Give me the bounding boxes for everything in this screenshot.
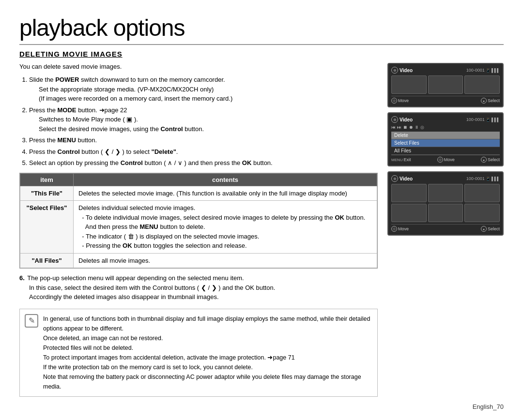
step6-sub2: Accordingly the deleted images also disa… <box>29 293 219 300</box>
cam3-move-label: Move <box>398 226 409 231</box>
cam3-thumb-5 <box>428 204 463 222</box>
note-line-4: To protect important images from acciden… <box>43 354 295 361</box>
cam3-move-icon: ◎ <box>391 226 397 232</box>
cam1-video-icon: ⊕ <box>391 67 398 74</box>
step3-bold: MENU <box>58 136 76 144</box>
note-line-3: Protected files will not be deleted. <box>43 345 133 351</box>
cam3-select-icon: ● <box>481 226 487 232</box>
step2-sub1: Switches to Movie Play mode ( ▣ ). <box>39 116 138 123</box>
note-box: ✎ In general, use of functions both in t… <box>19 309 378 397</box>
step-5: Select an option by pressing the Control… <box>29 158 378 168</box>
cam3-meta: 100-0001 📱 ▌▌▌ <box>466 176 500 181</box>
cam1-thumbnails <box>391 75 500 94</box>
cam3-thumb-4 <box>391 204 427 222</box>
cam2-move-icon: ◎ <box>437 157 443 163</box>
cam3-move: ◎ Move <box>391 226 409 232</box>
cam3-select-label: Select <box>488 226 500 231</box>
note-line-1: In general, use of functions both in thu… <box>43 315 370 332</box>
left-content: You can delete saved movie images. Slide… <box>19 63 378 397</box>
cam1-meta-icons: 📱 ▌▌▌ <box>486 68 500 73</box>
cam2-meta: 100-0001 📱 ▌▌▌ <box>466 117 500 122</box>
intro-text: You can delete saved movie images. <box>19 63 378 70</box>
table-header-contents: contents <box>74 173 377 186</box>
step5-bold: Control <box>121 159 143 166</box>
table-header-item: item <box>20 173 74 186</box>
step6-main: The pop-up selection menu will appear de… <box>27 274 244 282</box>
cam3-select: ● Select <box>481 226 500 232</box>
camera-panel-1: ⊕ Video 100-0001 📱 ▌▌▌ ◎ Move <box>387 63 504 107</box>
cam3-label: Video <box>400 176 413 181</box>
row-thisfile-label: "This File" <box>20 186 74 201</box>
cam2-select: ● Select <box>481 157 500 163</box>
cam2-meta-icons: 📱 ▌▌▌ <box>486 118 500 122</box>
cam2-menu-delete: Delete <box>391 132 500 139</box>
cam1-header-left: ⊕ Video <box>391 67 413 74</box>
note-line-5: If the write protection tab on the memor… <box>43 364 253 371</box>
cam2-label: Video <box>400 117 413 122</box>
page-title: playback options <box>19 15 504 45</box>
cam2-exit: MENU Exit <box>391 157 411 162</box>
step-3: Press the MENU button. <box>29 135 378 145</box>
cam1-select: ● Select <box>481 98 500 104</box>
cam2-select-label: Select <box>488 157 500 162</box>
cam2-menu-allfiles: All Files <box>391 147 500 155</box>
note-line-2: Once deleted, an image can not be restor… <box>43 335 163 342</box>
cam2-ctrl-1: ⏮ <box>391 125 396 130</box>
cam2-exit-label: Exit <box>404 157 411 162</box>
step1-sub2: (If images were recorded on a memory car… <box>39 95 232 102</box>
note-text: In general, use of functions both in thu… <box>43 314 372 391</box>
cam1-move: ◎ Move <box>391 98 409 104</box>
row-selectfiles-label: "Select Files" <box>20 201 74 254</box>
step-1: Slide the POWER switch downward to turn … <box>29 75 378 104</box>
cam1-thumb-2 <box>428 75 463 94</box>
cam2-controls-bar: ⏮ ⏭ ⏹ ⏺ ⏸ ◎ <box>391 125 500 130</box>
cam1-thumb-1 <box>391 75 427 94</box>
cam1-move-label: Move <box>398 98 409 103</box>
cam2-menu-selectfiles: Select Files <box>391 139 500 147</box>
delete-options-table: item contents "This File" Deletes the se… <box>19 173 378 269</box>
note-line-6: Note that removing the battery pack or d… <box>43 374 361 390</box>
row-selectfiles-contents: Deletes individual selected movie images… <box>74 201 377 254</box>
table-row-allfiles: "All Files" Deletes all movie images. <box>20 253 377 268</box>
step6-num: 6. <box>19 274 25 282</box>
page-footer: English_70 <box>473 403 504 410</box>
cam3-thumb-3 <box>464 184 500 202</box>
cam3-thumb-6 <box>464 204 500 222</box>
section-heading: DELETING MOVIE IMAGES <box>19 50 504 58</box>
row-allfiles-label: "All Files" <box>20 253 74 268</box>
cam1-label: Video <box>400 68 413 73</box>
cam1-select-icon: ● <box>481 98 487 104</box>
cam2-select-icon: ● <box>481 157 487 163</box>
step2-bold: MODE <box>58 106 77 114</box>
cam2-ctrl-5: ⏸ <box>415 125 419 130</box>
cam2-move-label: Move <box>444 157 455 162</box>
step1-bold: POWER <box>55 76 79 83</box>
cam3-meta-text: 100-0001 <box>466 176 485 181</box>
cam1-move-icon: ◎ <box>391 98 397 104</box>
cam3-footer: ◎ Move ● Select <box>391 224 500 232</box>
camera-panel-2: ⊕ Video 100-0001 📱 ▌▌▌ ⏮ ⏭ ⏹ ⏺ ⏸ ◎ Delet… <box>387 112 504 166</box>
cam1-thumb-3 <box>464 75 500 94</box>
cam3-meta-icons: 📱 ▌▌▌ <box>486 177 500 181</box>
step1-sub1: Set the appropriate storage media. (VP-M… <box>39 86 214 93</box>
row-allfiles-contents: Deletes all movie images. <box>74 253 377 268</box>
note-icon: ✎ <box>25 314 38 328</box>
row-thisfile-contents: Deletes the selected movie image. (This … <box>74 186 377 201</box>
cam3-thumb-1 <box>391 184 427 202</box>
camera-panels: ⊕ Video 100-0001 📱 ▌▌▌ ◎ Move <box>387 63 504 397</box>
cam3-video-icon: ⊕ <box>391 175 398 182</box>
page-number: English_70 <box>473 403 504 410</box>
cam3-thumbnails <box>391 184 500 222</box>
table-row-thisfile: "This File" Deletes the selected movie i… <box>20 186 377 201</box>
cam2-menu-label: MENU <box>391 158 403 162</box>
cam2-footer: MENU Exit ◎ Move ● Select <box>391 155 500 163</box>
cam3-header-left: ⊕ Video <box>391 175 413 182</box>
steps-list: Slide the POWER switch downward to turn … <box>29 75 378 168</box>
cam1-header: ⊕ Video 100-0001 📱 ▌▌▌ <box>391 67 500 74</box>
cam2-ctrl-3: ⏹ <box>403 125 407 130</box>
cam2-meta-text: 100-0001 <box>466 117 485 122</box>
step-4: Press the Control button ( ❮ / ❯ ) to se… <box>29 147 378 157</box>
step2-sub2: Select the desired movie images, using t… <box>39 125 204 133</box>
cam2-header-left: ⊕ Video <box>391 116 413 123</box>
cam2-ctrl-2: ⏭ <box>397 125 401 130</box>
